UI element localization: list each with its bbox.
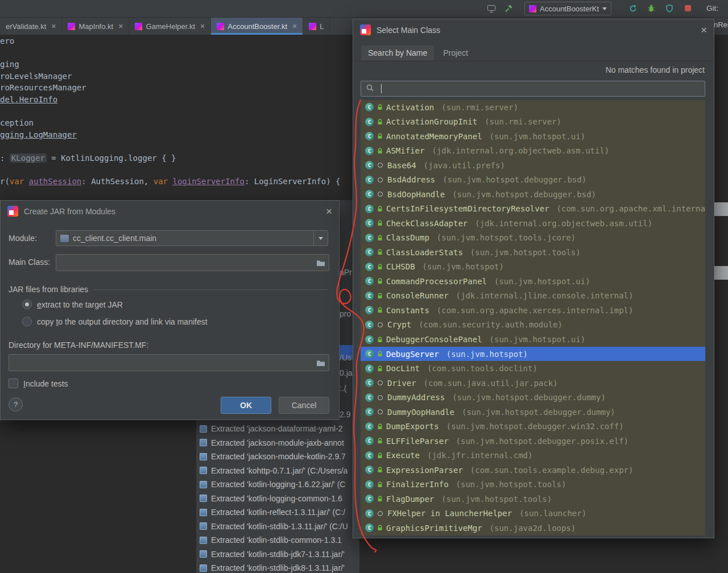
class-list-item[interactable]: CDriver(com.sun.java.util.jar.pack) <box>361 376 705 391</box>
class-list-item[interactable]: CActivation(sun.rmi.server) <box>361 100 705 115</box>
chevron-down-icon[interactable] <box>313 231 328 246</box>
main-class-label: Main Class: <box>9 254 50 270</box>
class-list-item[interactable]: CFinalizerInfo(sun.jvm.hotspot.tools) <box>361 477 705 492</box>
log-line: Extracted 'kotlin-stdlib-1.3.11.jar/' (C… <box>196 520 359 534</box>
editor-tab-mapinfo-kt[interactable]: MapInfo.kt× <box>62 18 129 35</box>
class-list-item[interactable]: CCLHSDB(sun.jvm.hotspot) <box>361 260 705 275</box>
class-list-item[interactable]: CELFFileParser(sun.jvm.hotspot.debugger.… <box>361 434 705 449</box>
class-name: Activation <box>386 103 434 112</box>
lock-icon <box>377 278 383 284</box>
class-name: FXHelper in LauncherHelper <box>387 509 512 518</box>
class-icon: C <box>365 422 374 431</box>
module-label: Module: <box>9 230 37 246</box>
class-list-item[interactable]: CActivationGroupInit(sun.rmi.server) <box>361 115 705 130</box>
editor-tab-accountbooster-kt[interactable]: AccountBooster.kt× <box>211 18 303 35</box>
class-list-item[interactable]: CDumpExports(sun.jvm.hotspot.debugger.wi… <box>361 419 705 434</box>
include-tests-checkbox[interactable]: Include tests <box>9 379 68 388</box>
occluded-log-fragment: pro <box>340 309 351 318</box>
no-matches-text: No matches found in project <box>606 65 705 74</box>
editor-tab-ervalidate-kt[interactable]: erValidate.kt× <box>0 18 62 35</box>
browse-folder-icon[interactable] <box>316 359 325 368</box>
occluded-log-fragment: /Us <box>340 353 351 362</box>
tab-project[interactable]: Project <box>436 45 475 60</box>
class-list-item[interactable]: CConstants(com.sun.org.apache.xerces.int… <box>361 303 705 318</box>
class-package: (sun.jvm.hotspot.tools) <box>456 480 566 489</box>
class-list-item[interactable]: CClassLoaderStats(sun.jvm.hotspot.tools) <box>361 245 705 260</box>
close-icon[interactable]: × <box>701 24 707 35</box>
class-list-item[interactable]: CDebuggerConsolePanel(sun.jvm.hotspot.ui… <box>361 332 705 347</box>
class-list-item[interactable]: CGraphicsPrimitiveMgr(sun.java2d.loops) <box>361 521 705 535</box>
class-list-item[interactable]: CDummyAddress(sun.jvm.hotspot.debugger.d… <box>361 390 705 405</box>
main-class-field[interactable] <box>56 254 329 271</box>
class-icon: C <box>365 350 374 358</box>
class-icon: C <box>365 263 374 271</box>
class-list-item[interactable]: CCheckClassAdapter(jdk.internal.org.obje… <box>361 216 705 231</box>
class-name: ConsoleRunner <box>386 291 449 300</box>
dialog-titlebar[interactable]: Select Main Class × <box>353 19 714 40</box>
browse-folder-icon[interactable] <box>316 259 325 268</box>
class-icon: C <box>365 437 374 445</box>
ok-button[interactable]: OK <box>221 397 271 414</box>
debug-bug-icon[interactable] <box>646 3 656 14</box>
class-list-item[interactable]: CBsdAddress(sun.jvm.hotspot.debugger.bsd… <box>361 173 705 188</box>
class-name: GraphicsPrimitiveMgr <box>386 524 482 533</box>
coverage-shield-icon[interactable] <box>664 3 675 14</box>
editor-tab-gamehelper-kt[interactable]: GameHelper.kt× <box>129 18 211 35</box>
class-icon: C <box>365 292 374 300</box>
kotlin-file-icon <box>217 23 224 30</box>
log-line: Extracted 'jackson-module-jaxb-annot <box>196 436 359 450</box>
close-tab-icon[interactable]: × <box>51 22 56 31</box>
run-rerun-icon[interactable] <box>628 3 638 14</box>
manifest-dir-field[interactable] <box>9 354 329 371</box>
class-name: BsdOopHandle <box>387 190 445 199</box>
run-configuration-combo[interactable]: AccountBoosterKt <box>524 2 611 15</box>
class-list-item[interactable]: CCertsInFilesystemDirectoryResolver(com.… <box>361 202 705 217</box>
class-package: (sun.jvm.hotspot) <box>446 350 528 359</box>
class-list-item[interactable]: CDebugServer(sun.jvm.hotspot) <box>361 347 705 362</box>
class-list-item[interactable]: CBase64(java.util.prefs) <box>361 158 705 173</box>
git-label[interactable]: Git: <box>706 0 718 17</box>
run-config-label: AccountBoosterKt <box>540 5 599 13</box>
class-list-item[interactable]: CExecute(jdk.jfr.internal.cmd) <box>361 448 705 463</box>
class-name: FlagDumper <box>386 495 434 504</box>
log-line: Extracted 'kotlin-logging-common-1.6 <box>196 492 359 506</box>
cancel-button[interactable]: Cancel <box>279 397 329 414</box>
class-list-item[interactable]: CExpressionParser(com.sun.tools.example.… <box>361 463 705 478</box>
lock-icon <box>377 337 383 343</box>
class-icon: C <box>365 480 374 489</box>
dialog-titlebar[interactable]: Create JAR from Modules × <box>1 201 339 222</box>
class-list-item[interactable]: CConsoleRunner(jdk.internal.jline.consol… <box>361 289 705 304</box>
class-package: (sun.jvm.hotspot.tools) <box>441 495 552 504</box>
class-list-item[interactable]: CAnnotatedMemoryPanel(sun.jvm.hotspot.ui… <box>361 129 705 144</box>
class-list-item[interactable]: CFlagDumper(sun.jvm.hotspot.tools) <box>361 492 705 506</box>
class-package: (com.sun.security.auth.module) <box>419 320 562 329</box>
search-input[interactable] <box>361 81 705 97</box>
jar-file-icon <box>200 453 207 460</box>
help-button[interactable]: ? <box>9 397 23 412</box>
class-list-item[interactable]: CDummyOopHandle(sun.jvm.hotspot.debugger… <box>361 405 705 420</box>
tab-label: GameHelper.kt <box>146 22 195 31</box>
class-list-item[interactable]: CASMifier(jdk.internal.org.objectweb.asm… <box>361 144 705 159</box>
module-combo[interactable]: cc_client.cc_client.main <box>56 230 328 246</box>
close-icon[interactable]: × <box>326 206 332 217</box>
radio-copy-to-output[interactable]: copy to the output directory and link vi… <box>22 317 208 326</box>
class-list-item[interactable]: CCrypt(com.sun.security.auth.module) <box>361 318 705 333</box>
background-window-fragment <box>713 202 728 216</box>
class-list-item[interactable]: CClassDump(sun.jvm.hotspot.tools.jcore) <box>361 231 705 246</box>
jar-file-icon <box>200 550 207 558</box>
close-tab-icon[interactable]: × <box>200 22 205 31</box>
class-list-item[interactable]: CFXHelper in LauncherHelper(sun.launcher… <box>361 506 705 521</box>
class-icon: C <box>365 205 374 213</box>
tab-search-by-name[interactable]: Search by Name <box>361 45 434 60</box>
radio-extract-to-jar[interactable]: extract to the target JAR <box>22 300 123 309</box>
class-list-item[interactable]: CBsdOopHandle(sun.jvm.hotspot.debugger.b… <box>361 187 705 202</box>
build-hammer-icon[interactable] <box>504 3 514 14</box>
close-tab-icon[interactable]: × <box>118 22 123 31</box>
close-tab-icon[interactable]: × <box>292 22 297 31</box>
presentation-monitor-icon[interactable] <box>486 3 497 14</box>
stop-icon[interactable] <box>685 5 691 11</box>
class-list[interactable]: CActivation(sun.rmi.server)CActivationGr… <box>361 100 705 535</box>
class-list-item[interactable]: CDocLint(com.sun.tools.doclint) <box>361 361 705 376</box>
class-list-item[interactable]: CCommandProcessorPanel(sun.jvm.hotspot.u… <box>361 274 705 289</box>
editor-tab-l[interactable]: L <box>303 18 330 35</box>
